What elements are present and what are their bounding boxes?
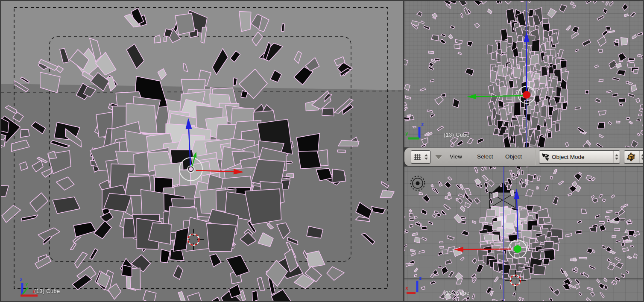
blender-window: (13) Cube (13) Cube View Select Object [0,0,644,302]
menu-view[interactable]: View [450,153,462,160]
draw-type-spinner[interactable] [639,151,643,163]
object-mode-label: Object Mode [552,154,613,160]
viewport-header: View Select Object Object Mode [404,147,643,167]
mode-dropdown[interactable]: Object Mode [539,150,620,164]
editor-type-spinner[interactable] [423,151,429,163]
menu-select[interactable]: Select [477,153,493,160]
viewport-front-view: (13) Cube [404,167,643,301]
header-collapse-toggle[interactable] [435,155,442,159]
object-mode-icon [542,153,549,161]
top-view-canvas[interactable] [404,1,643,147]
mode-dropdown-spinner[interactable] [613,151,620,163]
camera-view-canvas[interactable] [1,1,403,301]
editor-type-button[interactable] [411,150,430,164]
draw-type-button[interactable] [624,150,643,164]
grid-icon [412,153,423,161]
header-separator [535,150,536,165]
viewport-camera-view: (13) Cube [1,1,403,301]
cube-icon [626,152,639,162]
front-view-canvas[interactable] [404,167,643,301]
viewport-top-view: (13) Cube [404,1,643,147]
menu-object[interactable]: Object [505,153,522,160]
